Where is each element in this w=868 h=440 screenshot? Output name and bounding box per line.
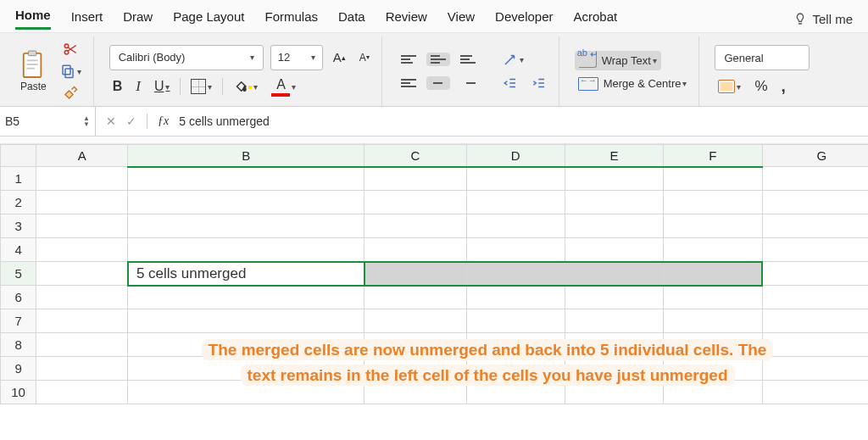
name-box-value: B5	[5, 114, 19, 128]
tab-pagelayout[interactable]: Page Layout	[173, 9, 244, 29]
col-header-D[interactable]: D	[466, 145, 565, 167]
fx-icon[interactable]: ƒx	[158, 114, 169, 128]
copy-button[interactable]: ▾	[57, 62, 85, 81]
formula-input[interactable]: 5 cells unmerged	[179, 114, 270, 128]
group-clipboard: Paste ▾	[8, 36, 94, 106]
align-left-button[interactable]	[398, 77, 420, 89]
cut-button[interactable]	[59, 40, 81, 58]
decrease-indent-button[interactable]	[499, 74, 521, 92]
chevron-down-icon: ▾	[520, 55, 524, 64]
merge-centre-button[interactable]: Merge & Centre ▾	[575, 75, 691, 92]
confirm-button[interactable]: ✓	[126, 114, 136, 128]
row-header-4[interactable]: 4	[1, 238, 36, 262]
row-header-5[interactable]: 5	[1, 262, 36, 286]
underline-button[interactable]: U▾	[151, 77, 174, 96]
select-all-corner[interactable]	[1, 145, 36, 167]
merge-icon	[578, 77, 598, 91]
tab-acrobat[interactable]: Acrobat	[573, 9, 617, 29]
font-family-select[interactable]: Calibri (Body) ▾	[109, 45, 264, 70]
increase-font-button[interactable]: A▴	[330, 48, 349, 66]
tab-draw[interactable]: Draw	[123, 9, 153, 29]
indent-left-icon	[503, 75, 518, 91]
align-middle-button[interactable]	[426, 53, 450, 66]
cell-B5-text: 5 cells unmerged	[130, 265, 363, 282]
svg-rect-3	[27, 64, 38, 65]
font-color-button[interactable]: A ▾	[268, 75, 299, 98]
font-size-select[interactable]: 12 ▾	[270, 45, 323, 70]
paste-label: Paste	[20, 81, 47, 92]
increase-indent-button[interactable]	[528, 74, 550, 92]
row-header-7[interactable]: 7	[1, 309, 36, 333]
formula-bar: B5 ▲▼ ✕ ✓ ƒx 5 cells unmerged	[0, 107, 868, 136]
svg-rect-7	[65, 69, 73, 78]
bold-button[interactable]: B	[109, 77, 126, 96]
chevron-down-icon: ▾	[292, 82, 296, 92]
align-middle-icon	[431, 55, 446, 64]
row-header-8[interactable]: 8	[1, 333, 36, 357]
row-header-1[interactable]: 1	[1, 167, 36, 191]
name-box[interactable]: B5 ▲▼	[0, 107, 96, 136]
col-header-C[interactable]: C	[364, 145, 466, 167]
cell-F5[interactable]	[664, 262, 762, 286]
font-color-icon: A	[271, 77, 290, 97]
borders-button[interactable]: ▾	[187, 77, 215, 96]
number-format-select[interactable]: General	[715, 45, 810, 70]
col-header-B[interactable]: B	[128, 145, 364, 167]
svg-rect-1	[29, 51, 36, 56]
align-bottom-button[interactable]	[457, 53, 479, 65]
row-header-9[interactable]: 9	[1, 357, 36, 381]
percent-format-button[interactable]: %	[751, 76, 771, 97]
annotation-text: The merged cells are now unmerged and ba…	[202, 339, 774, 386]
borders-icon	[191, 79, 206, 94]
col-header-F[interactable]: F	[664, 145, 762, 167]
tab-review[interactable]: Review	[386, 9, 427, 29]
cell-E5[interactable]	[565, 262, 663, 286]
italic-button[interactable]: I	[132, 76, 144, 97]
paintbrush-icon	[63, 86, 78, 101]
row-header-6[interactable]: 6	[1, 286, 36, 309]
number-format-value: General	[724, 52, 763, 64]
cell-D5[interactable]	[466, 262, 565, 286]
align-top-button[interactable]	[398, 53, 420, 65]
row-header-3[interactable]: 3	[1, 214, 36, 238]
tab-home[interactable]: Home	[15, 8, 51, 30]
chevron-down-icon: ▾	[311, 53, 315, 62]
align-right-button[interactable]	[457, 77, 479, 89]
wrap-text-button[interactable]: Wrap Text ▾	[575, 51, 661, 70]
tab-insert[interactable]: Insert	[71, 9, 103, 29]
tell-me[interactable]: Tell me	[793, 12, 853, 26]
decrease-font-button[interactable]: A▾	[356, 50, 373, 65]
group-alignment: ▾	[389, 36, 559, 106]
align-center-icon	[431, 79, 446, 87]
chevron-down-icon: ▾	[253, 82, 258, 92]
align-right-icon	[460, 79, 476, 87]
orientation-button[interactable]: ▾	[499, 50, 527, 69]
cell-B5[interactable]: 5 cells unmerged	[128, 262, 364, 286]
svg-rect-8	[63, 65, 70, 75]
chevron-down-icon: ▾	[165, 82, 170, 92]
wrap-text-icon	[579, 53, 597, 68]
copy-icon	[60, 64, 75, 79]
tab-view[interactable]: View	[448, 9, 475, 29]
tab-developer[interactable]: Developer	[495, 9, 553, 29]
col-header-A[interactable]: A	[36, 145, 128, 167]
column-headers: A B C D E F G	[1, 145, 869, 167]
col-header-G[interactable]: G	[762, 145, 868, 167]
align-center-button[interactable]	[426, 76, 450, 90]
chevron-down-icon: ▾	[250, 53, 254, 62]
fill-color-button[interactable]: ▾	[230, 77, 261, 96]
scissors-icon	[63, 42, 78, 57]
format-painter-button[interactable]	[59, 84, 81, 103]
row-header-10[interactable]: 10	[1, 381, 36, 404]
comma-format-button[interactable]: ,	[778, 75, 789, 97]
cell-C5[interactable]	[364, 262, 466, 286]
col-header-E[interactable]: E	[565, 145, 663, 167]
row-header-2[interactable]: 2	[1, 191, 36, 214]
merge-centre-label: Merge & Centre	[604, 77, 682, 90]
accounting-icon	[718, 80, 735, 93]
cancel-button[interactable]: ✕	[106, 114, 116, 128]
paste-button[interactable]: Paste	[17, 48, 50, 94]
tab-data[interactable]: Data	[338, 9, 365, 29]
tab-formulas[interactable]: Formulas	[264, 9, 318, 29]
accounting-format-button[interactable]: ▾	[715, 78, 744, 95]
